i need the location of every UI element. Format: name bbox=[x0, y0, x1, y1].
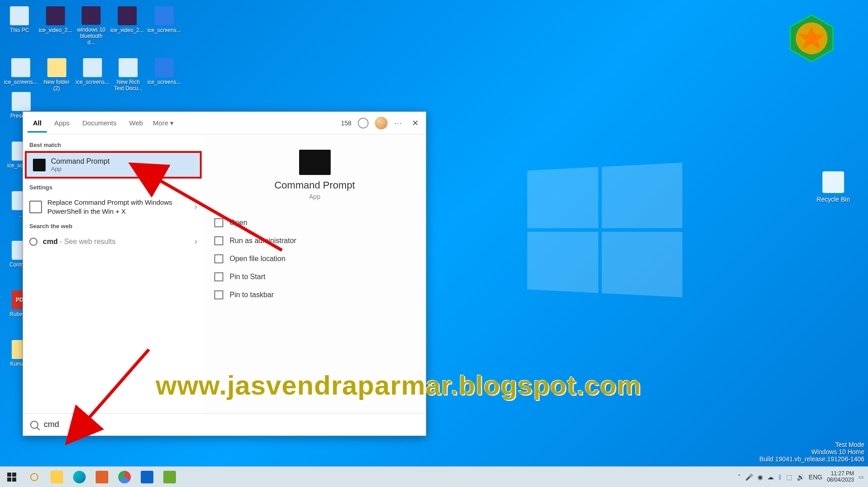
settings-icon bbox=[29, 201, 42, 213]
tray-chrome-icon[interactable]: ◉ bbox=[757, 473, 763, 481]
taskbar-store[interactable] bbox=[137, 468, 157, 486]
taskbar-search-button[interactable] bbox=[24, 468, 44, 486]
rewards-icon[interactable] bbox=[358, 118, 369, 129]
desktop-icon[interactable]: ice_video_2... bbox=[37, 5, 74, 47]
search-header: All Apps Documents Web More ▾ 158 ⋯ ✕ bbox=[23, 112, 426, 134]
chevron-right-icon: › bbox=[194, 237, 197, 246]
recycle-bin[interactable]: Recycle Bin bbox=[817, 171, 850, 203]
desktop-icon[interactable]: ice_screens... bbox=[146, 56, 183, 99]
section-settings: Settings bbox=[23, 181, 203, 193]
pin-icon bbox=[214, 290, 223, 299]
tab-documents[interactable]: Documents bbox=[77, 114, 122, 133]
tray-volume-icon[interactable]: 🔊 bbox=[797, 473, 804, 481]
svg-rect-6 bbox=[12, 473, 16, 477]
recycle-bin-icon bbox=[822, 171, 844, 193]
desktop-icon[interactable]: ice_screens... bbox=[74, 56, 111, 99]
desktop-icon[interactable]: New Rich Text Docu... bbox=[111, 56, 146, 99]
rewards-points[interactable]: 158 bbox=[341, 119, 351, 127]
system-tray[interactable]: ˄ 🎤 ◉ ☁ ᛒ ⬚ 🔊 ENG bbox=[738, 473, 822, 481]
action-open-location[interactable]: Open file location bbox=[212, 250, 418, 268]
action-open[interactable]: Open bbox=[212, 214, 418, 232]
desktop-build-info: Test Mode Windows 10 Home Build 19041.vb… bbox=[759, 441, 864, 463]
result-subtitle: App bbox=[51, 165, 110, 172]
desktop-icons-area: This PC ice_video_2... windows 10 blueto… bbox=[2, 5, 183, 99]
search-input[interactable] bbox=[44, 420, 419, 429]
search-icon bbox=[29, 238, 37, 246]
folder-icon bbox=[214, 254, 223, 263]
tab-all[interactable]: All bbox=[28, 114, 47, 133]
search-icon bbox=[30, 421, 38, 429]
search-icon bbox=[30, 473, 38, 481]
tray-mic-icon[interactable]: 🎤 bbox=[745, 473, 753, 481]
taskbar-clock[interactable]: 11:27 PM 08/04/2023 bbox=[827, 471, 854, 483]
cmd-large-icon bbox=[299, 150, 331, 175]
details-title: Command Prompt bbox=[212, 179, 418, 191]
desktop-icon[interactable]: ice_video_2... bbox=[109, 5, 146, 47]
start-button[interactable] bbox=[2, 468, 22, 486]
action-run-admin[interactable]: Run as administrator bbox=[212, 232, 418, 250]
admin-icon bbox=[214, 236, 223, 245]
desktop-icon-this-pc[interactable]: This PC bbox=[2, 5, 37, 47]
taskbar-explorer[interactable] bbox=[47, 468, 67, 486]
search-input-bar[interactable] bbox=[23, 413, 426, 436]
tray-chevron-up-icon[interactable]: ˄ bbox=[738, 473, 741, 481]
section-search-web: Search the web bbox=[23, 220, 203, 232]
svg-rect-7 bbox=[7, 478, 11, 482]
details-subtitle: App bbox=[212, 193, 418, 200]
section-best-match: Best match bbox=[23, 139, 203, 151]
action-pin-start[interactable]: Pin to Start bbox=[212, 268, 418, 286]
pin-icon bbox=[214, 272, 223, 281]
close-button[interactable]: ✕ bbox=[409, 118, 421, 128]
taskbar-app[interactable] bbox=[92, 468, 112, 486]
taskbar-edge[interactable] bbox=[69, 468, 89, 486]
svg-rect-8 bbox=[12, 478, 16, 482]
result-settings-item[interactable]: Replace Command Prompt with Windows Powe… bbox=[23, 193, 203, 220]
result-command-prompt[interactable]: Command Prompt App bbox=[25, 151, 202, 179]
tab-more[interactable]: More ▾ bbox=[148, 119, 178, 127]
action-pin-taskbar[interactable]: Pin to taskbar bbox=[212, 286, 418, 304]
taskbar-app-green[interactable] bbox=[160, 468, 180, 486]
chevron-down-icon: ▾ bbox=[170, 119, 174, 127]
result-title: Command Prompt bbox=[51, 157, 110, 165]
tray-bluetooth-icon[interactable]: ᛒ bbox=[778, 473, 782, 481]
taskbar-chrome[interactable] bbox=[115, 468, 134, 486]
desktop-icon[interactable]: windows 10 bluetooth d... bbox=[74, 5, 109, 47]
watermark-text: www.jasvendraparmar.blogspot.com bbox=[156, 370, 642, 401]
tab-web[interactable]: Web bbox=[124, 114, 148, 133]
windows-wallpaper-logo bbox=[527, 163, 683, 297]
result-web-search[interactable]: cmd - See web results › bbox=[23, 232, 203, 251]
tray-notifications-icon[interactable]: ▭ bbox=[859, 474, 863, 480]
taskbar: ˄ 🎤 ◉ ☁ ᛒ ⬚ 🔊 ENG 11:27 PM 08/04/2023 ▭ bbox=[0, 466, 868, 487]
tray-language-icon[interactable]: ENG bbox=[809, 473, 822, 481]
channel-badge-icon bbox=[787, 14, 836, 63]
open-icon bbox=[214, 218, 223, 227]
tray-onedrive-icon[interactable]: ☁ bbox=[767, 473, 774, 481]
desktop-icon[interactable]: ice_screens... bbox=[146, 5, 183, 47]
options-button[interactable]: ⋯ bbox=[394, 118, 403, 128]
tab-apps[interactable]: Apps bbox=[49, 114, 75, 133]
tray-network-icon[interactable]: ⬚ bbox=[786, 473, 792, 481]
svg-rect-5 bbox=[7, 473, 11, 477]
cmd-icon bbox=[33, 159, 46, 171]
chevron-right-icon: › bbox=[194, 202, 197, 211]
user-avatar[interactable] bbox=[375, 117, 388, 129]
desktop-icon[interactable]: New folder (2) bbox=[39, 56, 74, 99]
